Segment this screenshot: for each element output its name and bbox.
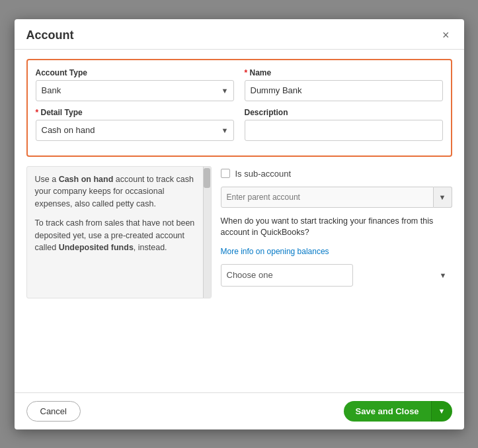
account-type-label: Account Type xyxy=(36,68,234,77)
save-close-group: Save and Close ▼ xyxy=(344,401,452,422)
description-label: Description xyxy=(245,108,443,117)
right-section: Is sub-account ▼ When do you want to sta… xyxy=(221,166,452,298)
highlighted-form-section: Account Type Bank Accounts Receivable Ot… xyxy=(26,59,452,157)
info-box: Use a Cash on hand account to track cash… xyxy=(26,166,212,298)
account-type-select[interactable]: Bank Accounts Receivable Other Current A… xyxy=(36,80,234,101)
save-close-button[interactable]: Save and Close xyxy=(344,401,431,422)
name-input[interactable] xyxy=(245,80,443,101)
name-required-star: * xyxy=(245,68,248,77)
description-group: Description xyxy=(245,108,443,141)
info-paragraph-2: To track cash from sales that have not b… xyxy=(35,217,203,254)
detail-type-group: * Detail Type Cash on hand Checking Savi… xyxy=(36,108,234,141)
dialog-header: Account × xyxy=(15,19,464,50)
choose-one-arrow-icon: ▼ xyxy=(440,271,447,279)
account-type-group: Account Type Bank Accounts Receivable Ot… xyxy=(36,68,234,101)
name-label: * Name xyxy=(245,68,443,77)
sub-account-label: Is sub-account xyxy=(235,169,292,179)
lower-section: Use a Cash on hand account to track cash… xyxy=(26,166,452,298)
more-info-link[interactable]: More info on opening balances xyxy=(221,247,452,256)
form-row-2: * Detail Type Cash on hand Checking Savi… xyxy=(36,108,443,141)
dialog-body: Account Type Bank Accounts Receivable Ot… xyxy=(15,50,464,392)
detail-type-required-star: * xyxy=(36,108,39,117)
dialog-title: Account xyxy=(26,28,74,42)
choose-one-select[interactable]: Choose one Today This fiscal year-to-dat… xyxy=(221,264,353,287)
parent-account-input[interactable] xyxy=(221,187,434,208)
save-close-dropdown-btn[interactable]: ▼ xyxy=(431,401,452,422)
cancel-button[interactable]: Cancel xyxy=(26,401,81,422)
choose-one-wrapper: Choose one Today This fiscal year-to-dat… xyxy=(221,264,452,287)
account-dialog: Account × Account Type Bank Accounts Rec… xyxy=(15,19,464,429)
parent-account-row: ▼ xyxy=(221,187,452,208)
detail-type-select-wrapper: Cash on hand Checking Savings ▼ xyxy=(36,120,234,141)
form-row-1: Account Type Bank Accounts Receivable Ot… xyxy=(36,68,443,101)
info-scrollbar[interactable] xyxy=(203,167,211,298)
close-button[interactable]: × xyxy=(440,28,452,42)
sub-account-row: Is sub-account xyxy=(221,169,452,179)
scrollbar-thumb xyxy=(204,168,210,188)
detail-type-label: * Detail Type xyxy=(36,108,234,117)
detail-type-select[interactable]: Cash on hand Checking Savings xyxy=(36,120,234,141)
info-paragraph-1: Use a Cash on hand account to track cash… xyxy=(35,173,203,210)
tracking-question-text: When do you want to start tracking your … xyxy=(221,216,452,239)
description-input[interactable] xyxy=(245,120,443,141)
dialog-footer: Cancel Save and Close ▼ xyxy=(15,392,464,429)
account-type-select-wrapper: Bank Accounts Receivable Other Current A… xyxy=(36,80,234,101)
name-group: * Name xyxy=(245,68,443,101)
sub-account-checkbox[interactable] xyxy=(221,169,230,178)
parent-account-dropdown-btn[interactable]: ▼ xyxy=(434,187,452,208)
